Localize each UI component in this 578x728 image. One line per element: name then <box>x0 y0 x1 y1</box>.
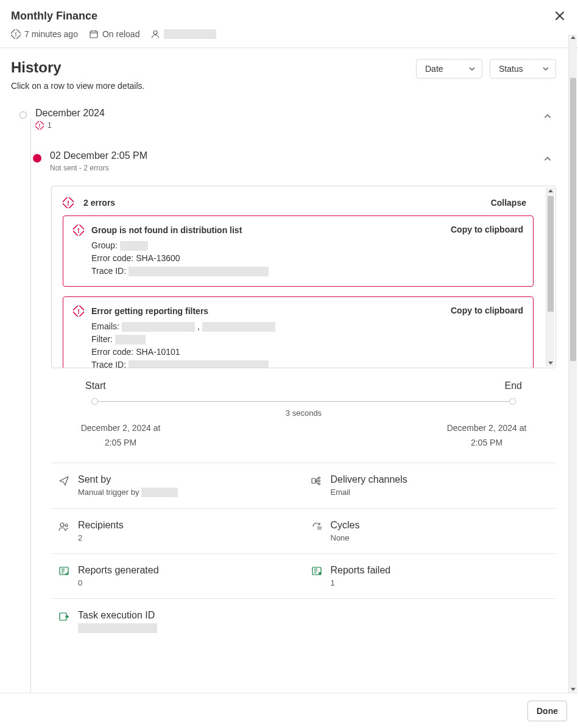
last-run-text: 7 minutes ago <box>24 29 78 39</box>
error-emails-value <box>122 322 195 332</box>
error-diamond-icon <box>35 121 44 130</box>
cycles-cell: Cycles None <box>304 509 557 553</box>
error-group-label: Group: <box>91 239 118 252</box>
task-id-icon <box>58 610 69 622</box>
main-scrollbar[interactable] <box>568 34 577 693</box>
errors-panel: 2 errors Collapse Group is not found in … <box>51 186 556 368</box>
error-card: Error getting reporting filters Copy to … <box>63 296 534 368</box>
run-subtitle: Not sent - 2 errors <box>50 164 539 172</box>
calendar-icon <box>89 29 99 39</box>
run-collapse-button[interactable] <box>539 150 556 167</box>
close-button[interactable] <box>552 9 567 23</box>
duration-start-datetime: December 2, 2024 at 2:05 PM <box>66 421 175 450</box>
task-id-label: Task execution ID <box>78 610 157 621</box>
error-code-label: Error code: <box>91 346 133 359</box>
chevron-down-icon <box>542 65 549 72</box>
owner <box>150 29 216 39</box>
error-card: Group is not found in distribution list … <box>63 215 534 287</box>
run-timestamp: 02 December 2:05 PM <box>50 150 539 161</box>
reports-generated-value: 0 <box>78 578 159 587</box>
owner-value <box>164 29 216 39</box>
sent-by-user <box>141 488 178 497</box>
svg-point-16 <box>78 231 79 233</box>
filter-status-label: Status <box>499 64 523 74</box>
svg-rect-3 <box>90 31 97 38</box>
error-code-label: Error code: <box>91 252 133 265</box>
error-emails-value <box>202 322 275 332</box>
report-ok-icon <box>58 565 69 577</box>
error-diamond-icon <box>73 225 84 236</box>
task-id-cell: Task execution ID <box>51 599 304 644</box>
svg-point-22 <box>318 480 320 481</box>
error-trace-label: Trace ID: <box>91 265 126 278</box>
error-filter-value <box>115 335 146 345</box>
history-heading: History <box>11 59 144 76</box>
sent-by-cell: Sent by Manual trigger by <box>51 463 304 508</box>
done-button[interactable]: Done <box>527 701 567 721</box>
error-trace-label: Trace ID: <box>91 359 126 368</box>
month-error-count: 1 <box>48 121 52 130</box>
dialog-title: Monthly Finance <box>11 10 97 23</box>
delivery-label: Delivery channels <box>331 474 407 485</box>
error-code-value: SHA-10101 <box>136 346 180 359</box>
recipients-label: Recipients <box>78 520 124 531</box>
trigger-type-text: On reload <box>102 29 139 39</box>
report-fail-icon <box>311 565 322 577</box>
duration-start-marker <box>91 398 98 405</box>
filter-status-dropdown[interactable]: Status <box>490 59 556 79</box>
trigger-type: On reload <box>89 29 139 39</box>
errors-panel-scrollbar[interactable] <box>546 187 554 366</box>
send-icon <box>58 474 69 486</box>
run-entry[interactable]: 02 December 2:05 PM Not sent - 2 errors <box>19 150 556 172</box>
error-code-value: SHA-13600 <box>136 252 180 265</box>
recipients-value: 2 <box>78 533 124 542</box>
svg-point-13 <box>68 204 69 205</box>
errors-collapse-link[interactable]: Collapse <box>491 198 526 208</box>
error-group-value <box>120 241 148 251</box>
error-trace-value <box>129 360 269 369</box>
run-status-marker <box>33 154 41 163</box>
reports-failed-cell: Reports failed 1 <box>304 554 557 598</box>
svg-line-26 <box>315 481 319 484</box>
svg-point-10 <box>39 127 40 128</box>
header-meta: 7 minutes ago On reload <box>0 29 578 47</box>
last-run: 7 minutes ago <box>11 29 78 39</box>
main-scrollbar-thumb[interactable] <box>570 78 576 361</box>
duration-end-marker <box>509 398 516 405</box>
chevron-down-icon <box>468 65 476 72</box>
reports-generated-label: Reports generated <box>78 565 159 576</box>
dialog-footer: Done <box>0 693 578 728</box>
svg-point-2 <box>15 35 16 37</box>
error-filter-label: Filter: <box>91 333 113 346</box>
error-diamond-icon <box>73 306 84 317</box>
errors-panel-scrollbar-thumb[interactable] <box>548 196 554 312</box>
filter-date-dropdown[interactable]: Date <box>416 59 482 79</box>
copy-to-clipboard-button[interactable]: Copy to clipboard <box>451 225 523 234</box>
month-group[interactable]: December 2024 1 <box>19 108 556 130</box>
svg-point-7 <box>153 31 157 35</box>
sent-by-label: Sent by <box>78 474 178 485</box>
users-icon <box>58 520 69 532</box>
delivery-cell: Delivery channels Email <box>304 463 557 508</box>
errors-count-label: 2 errors <box>83 198 115 208</box>
duration-length: 3 seconds <box>58 408 549 418</box>
filter-date-label: Date <box>425 64 443 74</box>
svg-point-23 <box>318 483 320 485</box>
month-collapse-button[interactable] <box>539 108 556 125</box>
svg-point-19 <box>78 312 79 313</box>
error-title: Group is not found in distribution list <box>91 225 242 235</box>
svg-rect-20 <box>312 478 315 483</box>
cycles-label: Cycles <box>331 520 360 531</box>
error-diamond-icon <box>63 197 74 208</box>
delivery-value: Email <box>331 488 407 497</box>
recipients-cell: Recipients 2 <box>51 509 304 553</box>
svg-point-21 <box>318 477 320 478</box>
warning-diamond-icon <box>11 29 21 39</box>
cycles-icon <box>311 520 322 532</box>
svg-line-24 <box>315 478 319 481</box>
sent-by-prefix: Manual trigger by <box>78 488 139 497</box>
reports-failed-label: Reports failed <box>331 565 391 576</box>
copy-to-clipboard-button[interactable]: Copy to clipboard <box>451 306 523 315</box>
close-icon <box>555 11 565 21</box>
duration-start-label: Start <box>85 380 106 391</box>
